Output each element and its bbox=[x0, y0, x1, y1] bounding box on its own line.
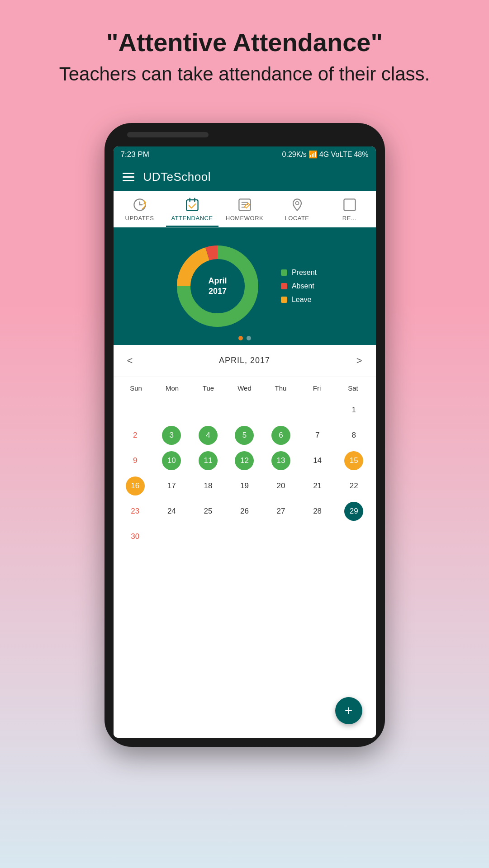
day-cell[interactable]: 8 bbox=[337, 424, 371, 447]
day-cell[interactable]: 25 bbox=[191, 500, 226, 523]
absent-label: Absent bbox=[292, 282, 314, 290]
status-bar: 7:23 PM 0.29K/s 📶 4G VoLTE 48% bbox=[114, 146, 376, 163]
day-cell[interactable]: 3 bbox=[154, 424, 189, 447]
donut-chart: April 2017 bbox=[172, 241, 263, 331]
day-cell[interactable]: 13 bbox=[264, 449, 299, 472]
day-cell[interactable]: 18 bbox=[191, 474, 226, 498]
calendar-grid: Sun Mon Tue Wed Thu Fri Sat 123456789101… bbox=[114, 377, 376, 738]
day-cell[interactable]: 28 bbox=[300, 500, 335, 523]
menu-button[interactable] bbox=[123, 173, 134, 181]
day-cell[interactable]: 27 bbox=[264, 500, 299, 523]
day-header-sun: Sun bbox=[118, 382, 154, 395]
day-header-tue: Tue bbox=[190, 382, 227, 395]
day-cell[interactable]: 17 bbox=[154, 474, 189, 498]
day-cell[interactable]: 16 bbox=[118, 474, 153, 498]
app-bar: UDTeSchool bbox=[114, 163, 376, 191]
day-header-sat: Sat bbox=[335, 382, 371, 395]
app-title: UDTeSchool bbox=[143, 170, 211, 184]
chart-center-text: April 2017 bbox=[208, 275, 227, 297]
day-cell[interactable]: 20 bbox=[264, 474, 299, 498]
day-cell bbox=[191, 398, 226, 422]
tab-homework[interactable]: HOMEWORK bbox=[218, 191, 271, 227]
day-cell[interactable]: 1 bbox=[337, 398, 371, 422]
network-speed: 0.29K/s bbox=[282, 151, 307, 159]
day-headers-row: Sun Mon Tue Wed Thu Fri Sat bbox=[118, 382, 371, 395]
svg-rect-7 bbox=[344, 199, 355, 210]
chart-dot-2[interactable] bbox=[247, 336, 251, 340]
chart-pagination bbox=[238, 336, 251, 340]
day-cell[interactable]: 29 bbox=[337, 500, 371, 523]
leave-dot bbox=[281, 297, 287, 303]
next-month-button[interactable]: > bbox=[352, 353, 367, 368]
day-cell[interactable]: 6 bbox=[264, 424, 299, 447]
day-cell[interactable]: 23 bbox=[118, 500, 153, 523]
day-cell[interactable]: 2 bbox=[118, 424, 153, 447]
signal-icon: 📶 bbox=[309, 150, 318, 159]
day-header-wed: Wed bbox=[227, 382, 263, 395]
legend-absent: Absent bbox=[281, 282, 317, 290]
phone-speaker bbox=[127, 132, 209, 137]
day-cell[interactable]: 4 bbox=[191, 424, 226, 447]
day-cell[interactable]: 10 bbox=[154, 449, 189, 472]
network-type: 4G VoLTE bbox=[319, 151, 352, 159]
status-time: 7:23 PM bbox=[121, 150, 149, 159]
day-cell[interactable]: 30 bbox=[118, 525, 153, 548]
phone-top-bar bbox=[114, 132, 376, 143]
svg-point-6 bbox=[295, 202, 299, 205]
day-cell[interactable]: 21 bbox=[300, 474, 335, 498]
day-cell[interactable]: 9 bbox=[118, 449, 153, 472]
calendar-header: < APRIL, 2017 > bbox=[114, 345, 376, 377]
absent-dot bbox=[281, 283, 287, 289]
calendar-section: < APRIL, 2017 > Sun Mon Tue Wed Thu Fri … bbox=[114, 345, 376, 738]
chart-year: 2017 bbox=[208, 286, 227, 297]
chart-legend: Present Absent Leave bbox=[281, 269, 317, 304]
day-cell bbox=[154, 398, 189, 422]
header-section: "Attentive Attendance" Teachers can take… bbox=[41, 27, 448, 87]
day-cell bbox=[300, 398, 335, 422]
day-cell bbox=[264, 398, 299, 422]
prev-month-button[interactable]: < bbox=[123, 353, 138, 368]
day-header-fri: Fri bbox=[299, 382, 335, 395]
tab-updates[interactable]: UPDATES bbox=[114, 191, 166, 227]
tab-homework-label: HOMEWORK bbox=[226, 215, 263, 222]
svg-rect-1 bbox=[186, 200, 198, 210]
tab-results-label: RE... bbox=[342, 215, 356, 222]
chart-month: April bbox=[208, 275, 227, 286]
tab-results[interactable]: RE... bbox=[323, 191, 376, 227]
phone-screen: 7:23 PM 0.29K/s 📶 4G VoLTE 48% UDTeSchoo… bbox=[114, 146, 376, 738]
day-cell[interactable]: 15 bbox=[337, 449, 371, 472]
tab-attendance[interactable]: ATTENDANCE bbox=[166, 191, 218, 227]
fab-button[interactable]: + bbox=[335, 697, 362, 724]
day-cell[interactable]: 12 bbox=[227, 449, 262, 472]
leave-label: Leave bbox=[292, 296, 312, 304]
header-title: "Attentive Attendance" bbox=[59, 27, 430, 57]
day-cell[interactable]: 22 bbox=[337, 474, 371, 498]
status-icons: 0.29K/s 📶 4G VoLTE 48% bbox=[282, 150, 369, 159]
chart-section: April 2017 Present Absent Leave bbox=[114, 227, 376, 345]
day-header-mon: Mon bbox=[154, 382, 190, 395]
day-cell[interactable]: 14 bbox=[300, 449, 335, 472]
day-cell[interactable]: 26 bbox=[227, 500, 262, 523]
tab-updates-label: UPDATES bbox=[125, 215, 154, 222]
day-cell[interactable]: 11 bbox=[191, 449, 226, 472]
day-cell bbox=[227, 398, 262, 422]
day-cell bbox=[118, 398, 153, 422]
days-grid: 1234567891011121314151617181920212223242… bbox=[118, 398, 371, 548]
tab-locate-label: LOCATE bbox=[285, 215, 309, 222]
present-label: Present bbox=[292, 269, 317, 277]
tab-attendance-label: ATTENDANCE bbox=[171, 215, 213, 222]
calendar-month-title: APRIL, 2017 bbox=[219, 356, 270, 365]
battery-level: 48% bbox=[354, 151, 368, 159]
legend-leave: Leave bbox=[281, 296, 317, 304]
legend-present: Present bbox=[281, 269, 317, 277]
day-cell[interactable]: 5 bbox=[227, 424, 262, 447]
tab-locate[interactable]: LOCATE bbox=[271, 191, 323, 227]
tabs-bar: UPDATES ATTENDANCE HO bbox=[114, 191, 376, 227]
day-header-thu: Thu bbox=[263, 382, 299, 395]
header-subtitle: Teachers can take attendance of their cl… bbox=[59, 62, 430, 87]
day-cell[interactable]: 7 bbox=[300, 424, 335, 447]
day-cell[interactable]: 19 bbox=[227, 474, 262, 498]
day-cell[interactable]: 24 bbox=[154, 500, 189, 523]
chart-dot-1[interactable] bbox=[238, 336, 243, 340]
present-dot bbox=[281, 269, 287, 276]
